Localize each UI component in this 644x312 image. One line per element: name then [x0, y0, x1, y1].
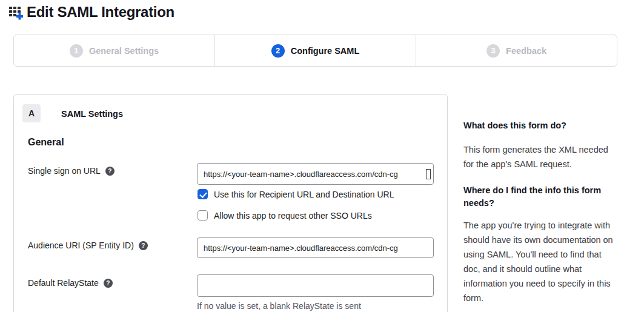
- page-header: Edit SAML Integration: [8, 4, 174, 21]
- use-recipient-checkbox-label: Use this for Recipient URL and Destinati…: [214, 190, 394, 199]
- help-question-1: What does this form do?: [463, 119, 617, 132]
- allow-other-sso-checkbox-row: Allow this app to request other SSO URLs: [198, 210, 372, 221]
- help-answer-1: This form generates the XML needed for t…: [463, 142, 617, 171]
- sso-url-input[interactable]: [197, 163, 434, 185]
- step-3-label: Feedback: [506, 46, 546, 56]
- sso-url-help-icon[interactable]: ?: [105, 167, 115, 176]
- step-1-label: General Settings: [89, 46, 159, 56]
- sso-url-label: Single sign on URL ?: [28, 166, 115, 176]
- section-a-badge: A: [22, 104, 41, 122]
- help-answer-2: The app you're trying to integrate with …: [463, 218, 617, 305]
- audience-uri-label: Audience URI (SP Entity ID) ?: [28, 241, 148, 250]
- app-grid-plus-icon: [8, 4, 24, 21]
- step-3-number-badge: 3: [486, 44, 500, 58]
- step-feedback[interactable]: 3 Feedback: [416, 35, 617, 66]
- wizard-step-bar: 1 General Settings 2 Configure SAML 3 Fe…: [13, 35, 617, 67]
- relay-state-helper-text: If no value is set, a blank RelayState i…: [197, 301, 361, 311]
- edit-saml-integration-page: Edit SAML Integration 1 General Settings…: [0, 0, 644, 312]
- relay-state-input[interactable]: [197, 274, 434, 297]
- help-question-2: Where do I find the info this form needs…: [463, 184, 617, 210]
- step-configure-saml[interactable]: 2 Configure SAML: [214, 35, 416, 66]
- help-sidebar: What does this form do? This form genera…: [463, 119, 617, 312]
- audience-uri-label-text: Audience URI (SP Entity ID): [28, 241, 134, 250]
- general-section-heading: General: [28, 137, 64, 148]
- relay-state-label: Default RelayState ?: [28, 278, 113, 288]
- audience-uri-input[interactable]: [197, 237, 434, 258]
- use-recipient-checkbox[interactable]: [198, 189, 208, 199]
- step-2-label: Configure SAML: [291, 46, 360, 56]
- saml-settings-panel: A SAML Settings General Single sign on U…: [13, 94, 448, 312]
- page-title: Edit SAML Integration: [27, 4, 174, 21]
- step-1-number-badge: 1: [70, 44, 83, 58]
- step-general-settings[interactable]: 1 General Settings: [14, 35, 214, 66]
- allow-other-sso-checkbox-label: Allow this app to request other SSO URLs: [214, 211, 372, 221]
- allow-other-sso-checkbox[interactable]: [198, 210, 208, 221]
- relay-state-label-text: Default RelayState: [28, 278, 99, 288]
- step-2-number-badge: 2: [271, 44, 285, 58]
- panel-title: SAML Settings: [61, 109, 123, 119]
- relay-state-help-icon[interactable]: ?: [104, 279, 113, 288]
- text-cursor: [426, 169, 431, 179]
- use-recipient-checkbox-row: Use this for Recipient URL and Destinati…: [198, 189, 394, 199]
- sso-url-label-text: Single sign on URL: [28, 166, 101, 176]
- audience-uri-help-icon[interactable]: ?: [139, 241, 148, 250]
